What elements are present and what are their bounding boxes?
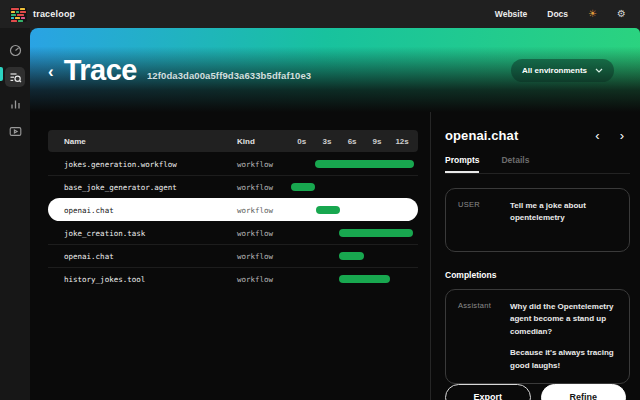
main-content: ‹ Trace 12f0da3da00a5ff9d3a633b5dfaf10e3… (30, 28, 640, 400)
column-header-kind: Kind (237, 137, 255, 146)
gauge-icon (9, 44, 22, 57)
span-title: openai.chat (445, 128, 518, 143)
span-name: base_joke_generator.agent (64, 183, 177, 192)
settings-gear-icon[interactable]: ⚙ (617, 9, 626, 19)
app-window: traceloop Website Docs ☀ ⚙ (0, 0, 640, 400)
refine-button[interactable]: Refine (541, 384, 627, 400)
span-table: Name Kind 0s3s6s9s12s jokes.generation.w… (48, 130, 418, 400)
environment-dropdown[interactable]: All environments (511, 59, 614, 82)
prompts-list: USER Tell me a joke about opentelemetry (445, 188, 630, 252)
message-role: Assistant (458, 301, 510, 372)
trace-id: 12f0da3da00a5ff9d3a633b5dfaf10e3 (147, 70, 311, 81)
span-kind: workflow (237, 159, 273, 168)
span-table-header: Name Kind 0s3s6s9s12s (48, 130, 418, 152)
span-name: openai.chat (64, 252, 114, 261)
span-row[interactable]: jokes.generation.workflow workflow (48, 152, 418, 175)
span-rows: jokes.generation.workflow workflow base_… (48, 152, 418, 290)
span-kind: workflow (237, 252, 273, 261)
span-kind: workflow (237, 228, 273, 237)
time-tick: 3s (323, 137, 332, 146)
span-row[interactable]: joke_creation.task workflow (48, 221, 418, 244)
span-name: jokes.generation.workflow (64, 159, 177, 168)
nav-website-link[interactable]: Website (495, 9, 527, 19)
span-row[interactable]: history_jokes.tool workflow (48, 267, 418, 290)
tab-prompts[interactable]: Prompts (445, 155, 479, 173)
time-tick: 0s (297, 137, 306, 146)
time-tick: 9s (372, 137, 381, 146)
topbar: traceloop Website Docs ☀ ⚙ (0, 0, 640, 28)
nav-docs-link[interactable]: Docs (547, 9, 568, 19)
time-tick: 12s (395, 137, 408, 146)
export-button[interactable]: Export (445, 384, 531, 400)
page-title: Trace (64, 54, 137, 87)
span-row[interactable]: base_joke_generator.agent workflow (48, 175, 418, 198)
span-duration-bar (339, 252, 364, 260)
sidebar (0, 28, 30, 400)
span-kind: workflow (237, 275, 273, 284)
sidebar-active-indicator (0, 67, 3, 81)
next-span-button[interactable]: › (620, 129, 624, 142)
column-header-name: Name (64, 137, 86, 146)
span-duration-bar (315, 160, 414, 168)
replay-icon (9, 125, 22, 138)
sidebar-item-dashboard[interactable] (5, 40, 25, 60)
time-tick: 6s (348, 137, 357, 146)
traceloop-brand[interactable]: traceloop (10, 7, 75, 22)
sidebar-item-replays[interactable] (5, 121, 25, 141)
message-role: USER (458, 200, 510, 240)
message-card: USER Tell me a joke about opentelemetry (445, 188, 630, 252)
span-row[interactable]: openai.chat workflow (48, 198, 418, 221)
message-text: Why did the Opentelemetry agent become a… (510, 301, 617, 372)
trace-header: ‹ Trace 12f0da3da00a5ff9d3a633b5dfaf10e3… (30, 28, 640, 112)
tab-details[interactable]: Details (501, 155, 529, 173)
span-detail-panel: openai.chat ‹ › Prompts Details USER Tel… (430, 112, 640, 400)
traceloop-logo-icon (10, 7, 27, 22)
span-duration-bar (291, 183, 315, 191)
brand-name: traceloop (33, 9, 75, 19)
sidebar-item-traces[interactable] (5, 67, 25, 87)
completions-heading: Completions (445, 270, 630, 280)
environment-dropdown-label: All environments (522, 66, 587, 75)
span-name: openai.chat (64, 205, 114, 214)
completions-list: Assistant Why did the Opentelemetry agen… (445, 289, 630, 384)
sidebar-item-analytics[interactable] (5, 94, 25, 114)
trace-search-icon (9, 71, 22, 84)
message-card: Assistant Why did the Opentelemetry agen… (445, 289, 630, 384)
span-kind: workflow (237, 183, 273, 192)
span-row[interactable]: openai.chat workflow (48, 244, 418, 267)
span-kind: workflow (237, 205, 273, 214)
topbar-nav: Website Docs ☀ ⚙ (495, 9, 626, 19)
span-name: history_jokes.tool (64, 275, 145, 284)
back-button[interactable]: ‹ (44, 61, 58, 82)
panel-actions: Export Refine (445, 384, 630, 400)
panel-tabs: Prompts Details (445, 155, 630, 174)
chevron-down-icon (595, 68, 603, 73)
span-duration-bar (316, 206, 340, 214)
span-duration-bar (339, 229, 413, 237)
span-duration-bar (339, 275, 390, 283)
bar-chart-icon (9, 98, 22, 111)
message-text: Tell me a joke about opentelemetry (510, 200, 617, 240)
prev-span-button[interactable]: ‹ (595, 129, 599, 142)
span-name: joke_creation.task (64, 228, 145, 237)
theme-sun-icon[interactable]: ☀ (588, 9, 597, 19)
